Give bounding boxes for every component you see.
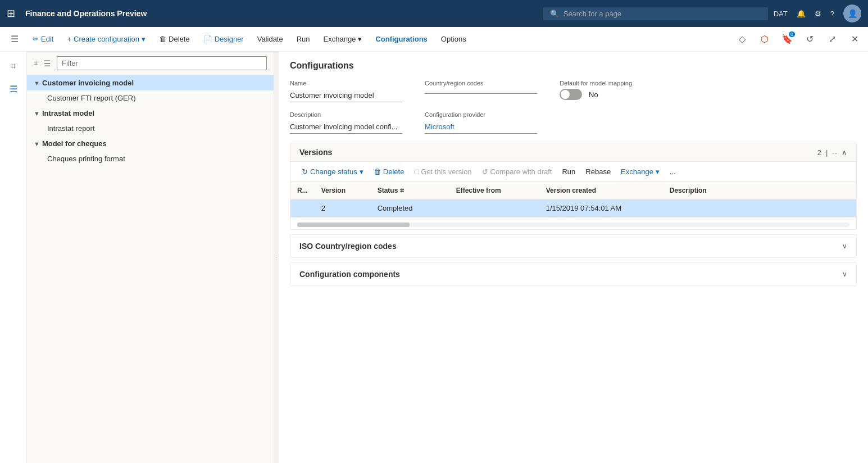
cell-status: Completed (371, 199, 449, 217)
configurations-button[interactable]: Configurations (370, 33, 433, 46)
table-scrollbar-area (290, 217, 856, 229)
tree-item-label: Intrastat model (42, 109, 94, 117)
col-status-header: Status ⌗ (371, 182, 449, 199)
versions-run-button[interactable]: Run (557, 165, 580, 178)
description-value: Customer invoicing model confi... (290, 120, 402, 134)
command-bar: ☰ ✏ Edit + Create configuration ▾ 🗑 Dele… (0, 27, 868, 52)
expand-icon[interactable]: ⤢ (823, 30, 841, 48)
get-this-version-button[interactable]: □ Get this version (410, 165, 476, 178)
add-icon: + (67, 35, 71, 43)
search-icon: 🔍 (550, 10, 559, 18)
refresh-icon[interactable]: ↺ (801, 30, 819, 48)
content-panel: Configurations Name Customer invoicing m… (279, 52, 868, 463)
waffle-icon[interactable]: ⊞ (7, 7, 15, 20)
office-icon[interactable]: ⬡ (756, 30, 774, 48)
table-header-row: R... Version Status ⌗ Effective from Ver… (290, 182, 856, 199)
settings-icon[interactable]: ⚙ (815, 10, 821, 18)
tree-item-customer-invoicing-model[interactable]: ▼ Customer invoicing model (27, 75, 274, 90)
app-title: Finance and Operations Preview (25, 9, 538, 18)
versions-delete-button[interactable]: 🗑 Delete (369, 165, 409, 178)
more-button[interactable]: ... (665, 165, 680, 178)
components-section: Configuration components ∨ (290, 262, 857, 286)
col-created-header: Version created (539, 182, 663, 199)
col-version-header: Version (315, 182, 371, 199)
drag-handle[interactable]: ⋮ (274, 52, 279, 463)
description-label: Description (290, 111, 402, 118)
versions-section: Versions 2 | -- ∧ ↻ Change status ▾ 🗑 De… (290, 143, 857, 230)
versions-collapse-icon[interactable]: ∧ (842, 148, 847, 157)
status-filter-icon[interactable]: ⌗ (400, 187, 404, 194)
filter-icon[interactable]: ⌗ (34, 58, 38, 68)
tree-item-customer-fti-report[interactable]: Customer FTI report (GER) (27, 90, 274, 106)
cmdbar-right: ◇ ⬡ 🔖0 ↺ ⤢ ✕ (733, 30, 864, 48)
iso-section-header[interactable]: ISO Country/region codes ∨ (290, 235, 856, 257)
options-button[interactable]: Options (435, 33, 472, 46)
search-input[interactable] (563, 10, 761, 18)
tree-item-label: Cheques printing format (47, 155, 125, 163)
run-button[interactable]: Run (291, 33, 316, 46)
country-field: Country/region codes (425, 80, 537, 102)
col-description-header: Description (663, 182, 856, 199)
exchange-chevron: ▾ (358, 35, 362, 43)
col-r-header: R... (290, 182, 315, 199)
edit-icon: ✏ (33, 35, 39, 43)
cell-effective (449, 199, 539, 217)
edit-button[interactable]: ✏ Edit (27, 33, 59, 46)
hamburger-icon[interactable]: ☰ (4, 29, 25, 49)
name-country-row: Name Customer invoicing model Country/re… (290, 80, 857, 102)
filter-input[interactable] (57, 56, 267, 70)
compare-with-draft-button[interactable]: ↺ Compare with draft (478, 165, 557, 178)
provider-label: Configuration provider (425, 111, 537, 118)
create-config-chevron: ▾ (142, 35, 146, 43)
get-version-icon: □ (414, 167, 419, 176)
versions-sep: | (826, 148, 828, 157)
tree-item-intrastat-report[interactable]: Intrastat report (27, 121, 274, 136)
iso-title: ISO Country/region codes (299, 242, 397, 251)
provider-value[interactable]: Microsoft (425, 120, 537, 134)
chevron-icon: ▼ (34, 80, 40, 87)
validate-button[interactable]: Validate (252, 33, 289, 46)
exchange-chevron: ▾ (656, 167, 660, 176)
change-status-button[interactable]: ↻ Change status ▾ (297, 165, 368, 178)
notification-icon[interactable]: 🔔 (797, 10, 806, 18)
default-mapping-toggle[interactable] (560, 89, 582, 100)
name-field: Name Customer invoicing model (290, 80, 402, 102)
topbar: ⊞ Finance and Operations Preview 🔍 DAT 🔔… (0, 0, 868, 27)
tree-filter-bar: ⌗ ☰ (27, 52, 274, 75)
cell-version: 2 (315, 199, 371, 217)
lines-icon[interactable]: ☰ (44, 59, 51, 68)
exchange-button[interactable]: Exchange ▾ (318, 33, 368, 46)
versions-delete-icon: 🗑 (374, 167, 381, 176)
designer-button[interactable]: 📄 Designer (198, 33, 249, 46)
user-avatar[interactable]: 👤 (843, 4, 861, 22)
help-icon[interactable]: ? (830, 10, 834, 18)
versions-header: Versions 2 | -- ∧ (290, 143, 856, 162)
create-config-button[interactable]: + Create configuration ▾ (61, 33, 151, 46)
iso-section: ISO Country/region codes ∨ (290, 234, 857, 258)
search-bar[interactable]: 🔍 (543, 7, 768, 20)
tree-item-model-for-cheques[interactable]: ▼ Model for cheques (27, 136, 274, 151)
cell-description (663, 199, 856, 217)
country-value (425, 89, 537, 94)
close-icon[interactable]: ✕ (846, 30, 864, 48)
delete-icon: 🗑 (159, 35, 166, 43)
cell-r (290, 199, 315, 217)
components-title: Configuration components (299, 270, 400, 279)
table-row[interactable]: 2 Completed 1/15/2019 07:54:01 AM (290, 199, 856, 217)
horizontal-scrollbar[interactable] (297, 223, 849, 227)
tree-item-intrastat-model[interactable]: ▼ Intrastat model (27, 106, 274, 121)
diamond-icon[interactable]: ◇ (733, 30, 751, 48)
list-sidebar-icon[interactable]: ☰ (3, 79, 24, 99)
versions-exchange-button[interactable]: Exchange ▾ (616, 165, 664, 178)
filter-sidebar-icon[interactable]: ⌗ (3, 56, 24, 76)
rebase-button[interactable]: Rebase (581, 165, 615, 178)
chevron-icon: ▼ (34, 110, 40, 117)
col-effective-header: Effective from (449, 182, 539, 199)
bookmark-icon[interactable]: 🔖0 (778, 30, 796, 48)
components-section-header[interactable]: Configuration components ∨ (290, 263, 856, 285)
cell-created: 1/15/2019 07:54:01 AM (539, 199, 663, 217)
delete-button[interactable]: 🗑 Delete (153, 33, 196, 46)
tree-item-cheques-printing-format[interactable]: Cheques printing format (27, 151, 274, 166)
versions-count: 2 | -- ∧ (817, 148, 847, 157)
change-status-chevron: ▾ (360, 167, 363, 176)
